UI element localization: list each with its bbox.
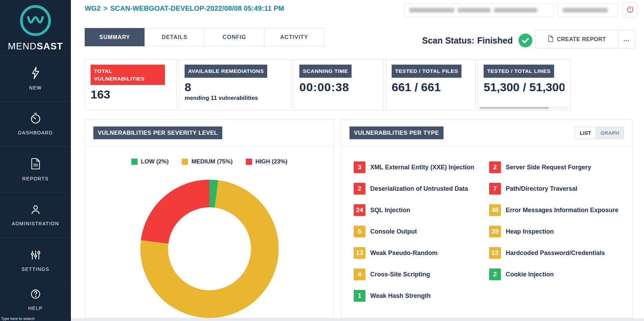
list-item[interactable]: 13 Hardcoded Password/Credentials (489, 246, 620, 260)
severity-legend: LOW (2%) MEDIUM (75%) HIGH (23%) (85, 158, 334, 165)
lightning-icon (31, 67, 40, 81)
stat-cards-row: TOTAL VULNERABILITIES 163 AVAILABLE REME… (85, 59, 570, 111)
list-item[interactable]: 24 SQL Injection (354, 203, 489, 217)
type-panel: VULNERABILITIES PER TYPE LIST GRAPH 3 XM… (341, 119, 633, 318)
count-badge: 48 (489, 204, 501, 216)
sidebar-item-label: HELP (28, 305, 43, 311)
scrollbar-thumb[interactable] (479, 107, 549, 109)
list-item[interactable]: 7 Path/Directory Traversal (489, 182, 620, 196)
type-label: XML External Entity (XXE) Injection (370, 164, 474, 171)
create-report-label: CREATE REPORT (557, 36, 606, 43)
type-list: 3 XML External Entity (XXE) Injection 2 … (341, 160, 632, 310)
count-badge: 13 (489, 247, 501, 259)
view-toggle-graph[interactable]: GRAPH (596, 127, 624, 139)
card-scanning-time: SCANNING TIME 00:00:38 (293, 59, 384, 111)
card-total-vulnerabilities: TOTAL VULNERABILITIES 163 (85, 59, 177, 111)
count-badge: 2 (489, 268, 501, 280)
card-value: 51,300 / 51,300 (484, 81, 564, 94)
list-item[interactable]: 13 Weak Pseudo-Random (354, 246, 489, 260)
redacted-account-info (404, 3, 553, 17)
type-label: SQL Injection (370, 207, 410, 214)
card-tested-total-lines: TESTED / TOTAL LINES 51,300 / 51,300 (478, 59, 570, 111)
list-item[interactable]: 39 Heap Inspection (489, 225, 620, 238)
taskbar-edge (71, 318, 644, 321)
scan-status: Scan Status: Finished (422, 33, 533, 48)
count-badge: 3 (354, 161, 365, 173)
sidebar-item-settings[interactable]: SETTINGS (0, 238, 71, 283)
list-item[interactable]: 48 Error Messages Information Exposure (489, 203, 620, 217)
list-item[interactable]: 5 Console Output (354, 225, 489, 238)
taskbar-search-tooltip: Type here to search (1, 317, 35, 321)
sidebar-item-label: NEW (29, 85, 42, 91)
mendsast-logo-icon (19, 4, 52, 38)
count-badge: 1 (354, 290, 365, 302)
list-item[interactable]: 2 Deserialization of Untrusted Data (354, 182, 489, 196)
help-icon (30, 289, 41, 301)
card-label-badge: SCANNING TIME (299, 65, 352, 78)
tab-activity[interactable]: ACTIVITY (264, 28, 324, 46)
brand-logo[interactable]: MENDSAST (0, 0, 71, 56)
legend-item-high: HIGH (23%) (246, 158, 288, 165)
list-item[interactable]: 2 Server Side Request Forgery (489, 160, 620, 174)
list-item[interactable]: 1 Weak Hash Strength (354, 289, 489, 303)
legend-label: MEDIUM (75%) (192, 158, 233, 165)
sidebar-item-dashboard[interactable]: DASHBOARD (0, 101, 71, 147)
breadcrumb: WG2>SCAN-WEBGOAT-DEVELOP-2022/08/08 05:4… (85, 4, 284, 12)
count-badge: 24 (354, 204, 365, 216)
tab-summary[interactable]: SUMMARY (85, 28, 145, 46)
tab-bar: SUMMARY DETAILS CONFIG ACTIVITY (85, 28, 324, 46)
type-label: Weak Hash Strength (370, 292, 431, 300)
count-badge: 2 (354, 183, 365, 195)
count-badge: 7 (489, 183, 501, 195)
type-label: Path/Directory Traversal (506, 185, 577, 192)
list-item[interactable]: 3 XML External Entity (XXE) Injection (354, 160, 489, 174)
scan-status-label: Scan Status: (422, 36, 474, 46)
status-check-icon (518, 33, 533, 48)
severity-panel-title: VULNERABILITIES PER SEVERITY LEVEL (93, 126, 222, 139)
card-label-badge: TESTED / TOTAL LINES (484, 65, 554, 78)
sidebar-item-label: SETTINGS (21, 266, 49, 272)
type-label: Heap Inspection (506, 228, 554, 235)
card-label-badge: TESTED / TOTAL FILES (392, 65, 461, 78)
create-report-button[interactable]: CREATE REPORT (535, 30, 618, 48)
scan-status-value: Finished (477, 36, 513, 46)
sidebar-item-administration[interactable]: ADMINISTRATION (0, 192, 71, 238)
legend-item-low: LOW (2%) (131, 158, 169, 165)
card-value: 163 (91, 88, 171, 101)
view-toggle: LIST GRAPH (575, 127, 624, 139)
more-actions-button[interactable]: ... (618, 30, 635, 48)
gauge-icon (30, 112, 41, 125)
type-list-column-2: 2 Server Side Request Forgery 7 Path/Dir… (489, 160, 620, 310)
type-label: Cross-Site Scripting (370, 271, 430, 278)
tab-details[interactable]: DETAILS (144, 28, 205, 46)
sidebar-item-label: REPORTS (22, 176, 49, 181)
severity-panel-header: VULNERABILITIES PER SEVERITY LEVEL (85, 120, 334, 147)
count-badge: 13 (354, 247, 365, 259)
type-label: Hardcoded Password/Credentials (506, 249, 605, 257)
main-content: WG2>SCAN-WEBGOAT-DEVELOP-2022/08/08 05:4… (71, 0, 644, 321)
document-icon (548, 35, 553, 44)
type-panel-title: VULNERABILITIES PER TYPE (349, 126, 444, 139)
legend-label: HIGH (23%) (255, 158, 288, 165)
sidebar-item-help[interactable]: HELP (0, 283, 71, 321)
type-label: Cookie Injection (506, 271, 554, 278)
sidebar-item-reports[interactable]: REPORTS (0, 147, 71, 192)
severity-donut (140, 180, 279, 318)
legend-swatch-high (246, 159, 252, 165)
card-subtext: mending 11 vulnerabilities (185, 95, 286, 102)
card-value: 661 / 661 (392, 81, 470, 94)
legend-item-medium: MEDIUM (75%) (182, 158, 233, 165)
list-item[interactable]: 4 Cross-Site Scripting (354, 267, 489, 281)
count-badge: 2 (489, 161, 501, 173)
tab-config[interactable]: CONFIG (204, 28, 264, 46)
list-item[interactable]: 2 Cookie Injection (489, 267, 620, 281)
logout-power-button[interactable] (623, 2, 638, 18)
type-label: Weak Pseudo-Random (370, 249, 438, 257)
breadcrumb-current-scan-link[interactable]: SCAN-WEBGOAT-DEVELOP-2022/08/08 05:49:11… (110, 4, 284, 12)
donut-hole (168, 207, 251, 290)
view-toggle-list[interactable]: LIST (575, 127, 596, 139)
sliders-icon (30, 249, 41, 262)
breadcrumb-root-link[interactable]: WG2 (85, 4, 101, 12)
card-label-badge: TOTAL VULNERABILITIES (91, 65, 165, 85)
sidebar-item-new[interactable]: NEW (0, 56, 71, 101)
